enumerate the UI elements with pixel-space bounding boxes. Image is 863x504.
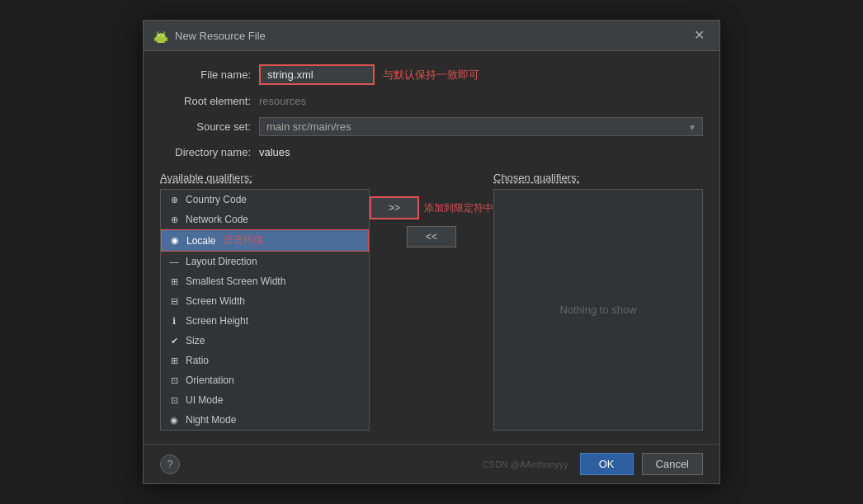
android-icon (153, 28, 168, 43)
qualifier-network-code[interactable]: ⊕ Network Code (161, 210, 369, 229)
qualifier-screen-height[interactable]: ℹ Screen Height (161, 311, 369, 331)
qualifier-smallest-screen-width-label: Smallest Screen Width (186, 276, 285, 287)
orientation-icon: ⊡ (167, 374, 181, 387)
remove-qualifier-button[interactable]: << (407, 226, 456, 247)
night-mode-icon: ◉ (167, 413, 181, 426)
qualifier-screen-width-label: Screen Width (186, 295, 245, 307)
svg-rect-0 (154, 37, 157, 41)
svg-point-3 (158, 35, 160, 36)
qualifier-ratio[interactable]: ⊞ Ratio (161, 351, 369, 370)
qualifier-layout-direction[interactable]: — Layout Direction (161, 252, 369, 271)
qualifiers-section: Available qualifiers: ⊕ Country Code ⊕ N… (160, 172, 703, 431)
middle-buttons-col: >> 添加到限定符中 << (370, 172, 493, 431)
qualifier-country-code[interactable]: ⊕ Country Code (161, 190, 369, 210)
qualifier-locale[interactable]: ◉ Locale 语言环境 (161, 229, 369, 252)
ratio-icon: ⊞ (167, 354, 181, 367)
available-qualifiers-title: Available qualifiers: (160, 172, 370, 184)
svg-rect-1 (165, 37, 167, 41)
new-resource-file-dialog: New Resource File ✕ File name: 与默认保持一致即可… (143, 20, 720, 484)
qualifier-screen-height-label: Screen Height (186, 315, 248, 327)
qualifier-night-mode-label: Night Mode (186, 414, 236, 426)
screen-height-icon: ℹ (167, 314, 181, 327)
chosen-qualifiers-panel: Chosen qualifiers: Nothing to show (493, 172, 703, 431)
add-qualifier-button[interactable]: >> (370, 196, 419, 219)
layout-direction-icon: — (167, 255, 181, 268)
locale-annotation: 语言环境 (224, 233, 263, 247)
help-button[interactable]: ? (160, 455, 180, 474)
svg-line-6 (163, 31, 165, 34)
qualifier-network-code-label: Network Code (186, 214, 248, 225)
available-qualifiers-panel: Available qualifiers: ⊕ Country Code ⊕ N… (160, 172, 370, 431)
locale-icon: ◉ (168, 234, 182, 247)
source-set-select-wrapper: main src/main/res ▼ (259, 117, 703, 136)
dialog-title: New Resource File (175, 30, 266, 42)
qualifier-screen-width[interactable]: ⊟ Screen Width (161, 291, 369, 311)
qualifier-smallest-screen-width[interactable]: ⊞ Smallest Screen Width (161, 271, 369, 291)
qualifier-layout-direction-label: Layout Direction (186, 256, 257, 267)
ui-mode-icon: ⊡ (167, 393, 181, 407)
title-bar-left: New Resource File (153, 28, 266, 43)
qualifier-ui-mode-label: UI Mode (186, 394, 223, 406)
directory-name-label: Directory name: (160, 146, 251, 158)
svg-rect-2 (157, 37, 165, 43)
file-name-label: File name: (160, 68, 251, 81)
dialog-content: File name: 与默认保持一致即可 Root element: resou… (144, 51, 719, 444)
size-icon: ✔ (167, 334, 181, 347)
ok-button[interactable]: OK (580, 453, 634, 475)
footer-right: CSDN @AAnthonyyy OK Cancel (479, 453, 703, 475)
directory-name-row: Directory name: values (160, 146, 703, 158)
country-code-icon: ⊕ (167, 193, 181, 206)
qualifier-ratio-label: Ratio (186, 355, 209, 366)
qualifier-orientation[interactable]: ⊡ Orientation (161, 370, 369, 390)
add-qualifier-annotation: 添加到限定符中 (424, 201, 493, 215)
source-set-row: Source set: main src/main/res ▼ (160, 117, 703, 136)
nothing-to-show-text: Nothing to show (559, 304, 636, 316)
svg-point-4 (163, 35, 164, 36)
file-name-row: File name: 与默认保持一致即可 (160, 64, 703, 85)
chosen-qualifiers-title: Chosen qualifiers: (493, 172, 703, 184)
close-button[interactable]: ✕ (689, 27, 710, 44)
file-name-input[interactable] (259, 64, 375, 85)
qualifier-orientation-label: Orientation (186, 374, 234, 386)
watermark-text: CSDN @AAnthonyyy (479, 458, 572, 471)
cancel-button[interactable]: Cancel (642, 453, 703, 475)
root-element-value: resources (259, 95, 306, 107)
smallest-screen-width-icon: ⊞ (167, 275, 181, 288)
available-qualifiers-list[interactable]: ⊕ Country Code ⊕ Network Code ◉ Locale 语… (160, 189, 370, 431)
qualifier-country-code-label: Country Code (186, 194, 247, 205)
root-element-label: Root element: (160, 95, 251, 107)
qualifier-night-mode[interactable]: ◉ Night Mode (161, 410, 369, 430)
root-element-row: Root element: resources (160, 95, 703, 107)
svg-line-5 (157, 31, 158, 34)
qualifier-size-label: Size (186, 335, 205, 346)
file-name-hint: 与默认保持一致即可 (383, 68, 479, 82)
network-code-icon: ⊕ (167, 213, 181, 226)
qualifier-size[interactable]: ✔ Size (161, 331, 369, 351)
source-set-select[interactable]: main src/main/res (259, 117, 703, 136)
qualifier-ui-mode[interactable]: ⊡ UI Mode (161, 390, 369, 410)
source-set-label: Source set: (160, 120, 251, 133)
directory-name-value: values (259, 146, 290, 158)
footer-left: ? (160, 455, 180, 474)
chosen-qualifiers-area: Nothing to show (493, 189, 703, 431)
qualifier-locale-label: Locale (186, 235, 215, 247)
add-annotation-row: >> 添加到限定符中 (370, 196, 493, 219)
dialog-footer: ? CSDN @AAnthonyyy OK Cancel (144, 444, 719, 483)
title-bar: New Resource File ✕ (144, 21, 719, 51)
screen-width-icon: ⊟ (167, 294, 181, 308)
